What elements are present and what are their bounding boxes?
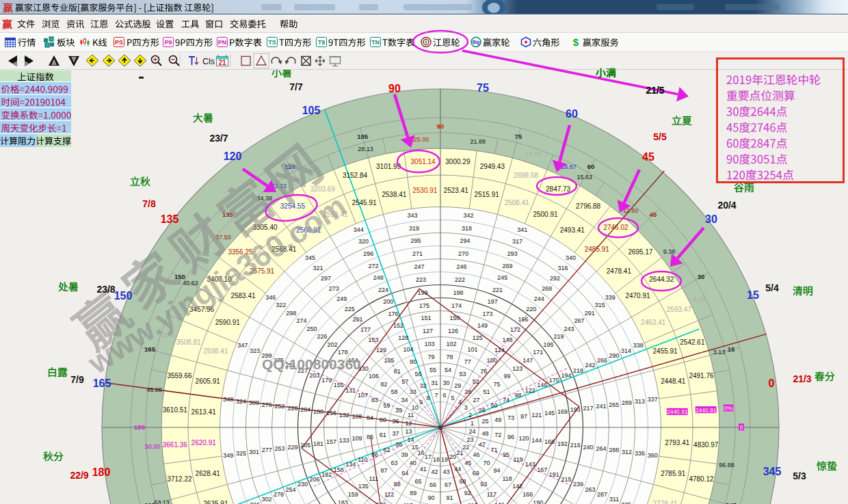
- svg-text:21/5: 21/5: [646, 85, 664, 96]
- svg-text:T9: T9: [318, 39, 326, 46]
- svg-text:Big: Big: [473, 40, 480, 45]
- svg-text:TS: TS: [268, 39, 276, 46]
- svg-text:P9: P9: [164, 39, 172, 46]
- svg-text:21: 21: [218, 59, 226, 66]
- svg-text:$: $: [573, 36, 579, 48]
- svg-text:PS: PS: [115, 39, 123, 46]
- svg-text:Cls: Cls: [202, 57, 215, 66]
- svg-text:TN: TN: [371, 39, 380, 46]
- svg-text:PN: PN: [218, 39, 227, 46]
